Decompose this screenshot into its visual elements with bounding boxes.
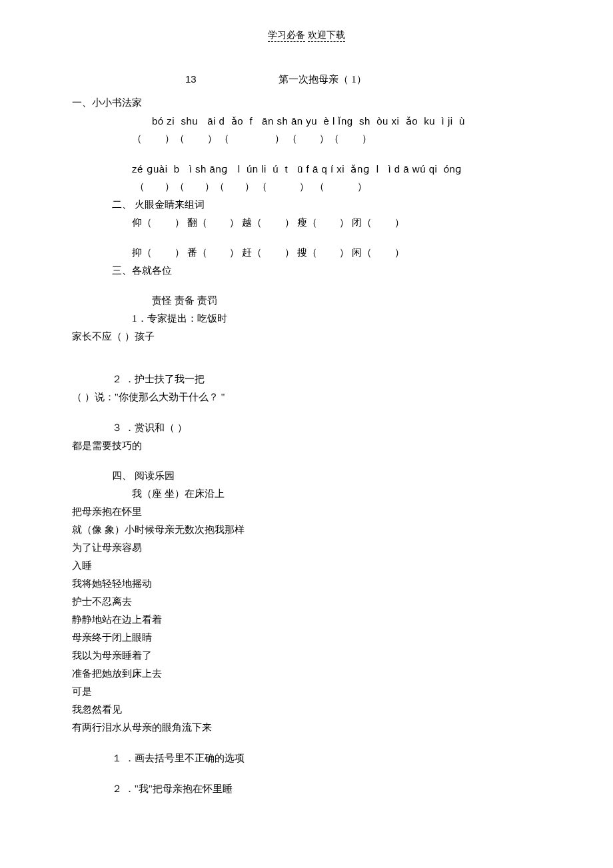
zuci-row-2: 抑（ ） 番（ ） 赶（ ） 搜（ ） 闲（ ）: [132, 244, 541, 262]
sec4-q1-text: ．画去括号里不正确的选项: [125, 753, 245, 763]
pinyin-row-1: bó zi shu āi d ǎo f ān sh ān yu è l ǐng …: [152, 112, 541, 130]
passage-line-8: 母亲终于闭上眼睛: [72, 629, 541, 647]
pinyin-row-2: zé ɡuài b ì sh ānɡ l ún li ú t ū f ā q í…: [132, 160, 541, 178]
q3-3b: 都是需要技巧的: [72, 437, 541, 455]
q3-1b: 家长不应（ ）孩子: [72, 328, 541, 346]
q3-2b: （ ）说："你使那么大劲干什么？ ": [72, 388, 541, 406]
document-page: 学习必备 欢迎下载 13 第一次抱母亲（ 1） 一、小小书法家 bó zi sh…: [0, 0, 613, 838]
sec4-q2-num: ２: [112, 783, 122, 794]
passage-line-10: 准备把她放到床上去: [72, 665, 541, 683]
q3-2a: ２ ．护士扶了我一把: [112, 370, 541, 388]
header-left: 学习必备: [268, 30, 305, 42]
q3-1a: 1．专家提出：吃饭时: [132, 310, 541, 328]
q3-2-text: ．护士扶了我一把: [125, 374, 205, 384]
blanks-row-2: （ ）（ ）（ ） （ ） （ ）: [132, 178, 541, 196]
section-2-heading: 二、 火眼金睛来组词: [112, 196, 541, 214]
sec4-q1-num: １: [112, 752, 122, 763]
lesson-title: 第一次抱母亲（ 1）: [279, 74, 366, 85]
section-3-heading: 三、各就各位: [112, 262, 541, 280]
passage-line-9: 我以为母亲睡着了: [72, 647, 541, 665]
q3-3a: ３ ．赏识和（ ）: [112, 418, 541, 437]
zuci-row-1: 仰（ ） 翻（ ） 越（ ） 瘦（ ） 闭（ ）: [132, 214, 541, 232]
passage-line-3: 为了让母亲容易: [72, 539, 541, 557]
sec4-q1: １ ．画去括号里不正确的选项: [112, 749, 541, 767]
word-bank: 责怪 责备 责罚: [152, 292, 541, 310]
title-row: 13 第一次抱母亲（ 1）: [185, 70, 541, 89]
blanks-row-1: （ ）（ ） （ ） （ ）（ ）: [132, 130, 541, 148]
q3-3-num: ３: [112, 422, 122, 433]
q3-2-num: ２: [112, 373, 122, 384]
passage-line-1: 把母亲抱在怀里: [72, 503, 541, 521]
passage-line-6: 护士不忍离去: [72, 593, 541, 611]
sec4-q2: ２ ．"我"把母亲抱在怀里睡: [112, 779, 541, 798]
page-header: 学习必备 欢迎下载: [72, 27, 541, 43]
header-right: 欢迎下载: [308, 30, 345, 42]
passage-line-13: 有两行泪水从母亲的眼角流下来: [72, 719, 541, 737]
section-1-heading: 一、小小书法家: [72, 94, 541, 112]
passage-line-12: 我忽然看见: [72, 701, 541, 719]
passage-line-7: 静静地站在边上看着: [72, 611, 541, 629]
passage-line-5: 我将她轻轻地摇动: [72, 575, 541, 593]
section-4-heading: 四、 阅读乐园: [112, 467, 541, 485]
passage-line-11: 可是: [72, 683, 541, 701]
sec4-q2-text: ．"我"把母亲抱在怀里睡: [125, 783, 233, 794]
passage-line-2: 就（像 象）小时候母亲无数次抱我那样: [72, 521, 541, 539]
passage-line-4: 入睡: [72, 557, 541, 575]
lesson-number: 13: [185, 73, 197, 85]
passage-line-0: 我（座 坐）在床沿上: [132, 485, 541, 503]
q3-3-text: ．赏识和（ ）: [125, 422, 187, 433]
